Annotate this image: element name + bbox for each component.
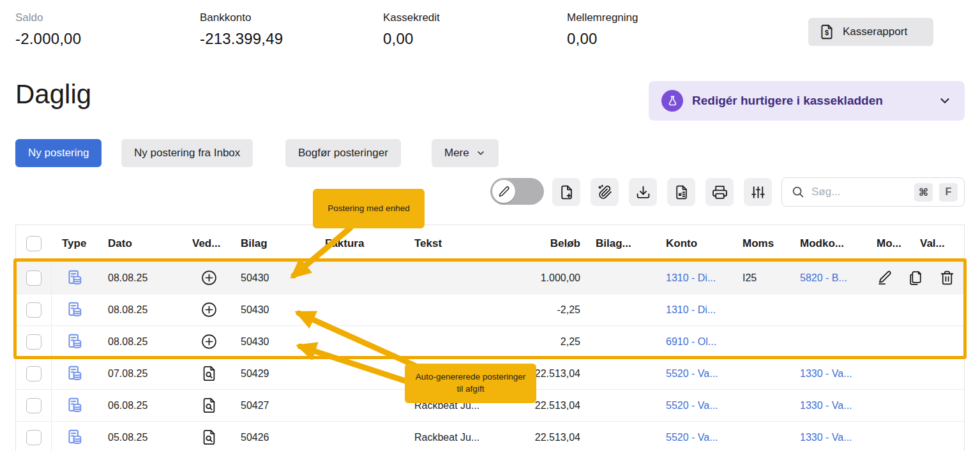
header-belob[interactable]: Beløb — [532, 237, 585, 250]
header-momsbelob[interactable]: Mo... — [866, 237, 910, 250]
cash-report-button[interactable]: $ Kasserapport — [808, 18, 933, 46]
edit-mode-toggle[interactable] — [490, 178, 544, 205]
account-link[interactable]: 5520 - Va... — [656, 432, 732, 443]
table-row[interactable]: 08.08.25 50430 1.000,00 1310 - Di... I25… — [16, 262, 964, 294]
account-link[interactable]: 5520 - Va... — [656, 400, 732, 411]
entries-table: Type Dato Ved... Bilag Faktura Tekst Bel… — [15, 225, 965, 451]
print-button[interactable] — [705, 178, 734, 206]
amount-cell: -2,25 — [532, 304, 585, 316]
table-header-row: Type Dato Ved... Bilag Faktura Tekst Bel… — [16, 225, 964, 262]
voucher-cell: 50430 — [230, 336, 315, 348]
edit-button[interactable] — [877, 270, 893, 286]
stat-label: Bankkonto — [200, 11, 283, 24]
stat-label: Saldo — [15, 11, 81, 24]
voucher-cell: 50430 — [230, 272, 315, 284]
smart-attach-button[interactable] — [591, 178, 619, 206]
header-moms[interactable]: Moms — [732, 237, 790, 250]
row-checkbox[interactable] — [26, 398, 41, 413]
contra-account-link[interactable]: 1330 - Va... — [790, 400, 866, 411]
amount-cell: 22.513,04 — [532, 432, 585, 443]
more-button[interactable]: Mere — [432, 139, 499, 167]
stat-value: -2.000,00 — [15, 30, 81, 48]
account-link[interactable]: 1310 - Di... — [656, 272, 732, 284]
promo-banner[interactable]: Redigér hurtigere i kassekladden — [649, 81, 965, 121]
new-entry-inbox-label: Ny postering fra Inbox — [134, 147, 240, 159]
new-entry-button[interactable]: Ny postering — [15, 139, 102, 167]
header-dato[interactable]: Dato — [98, 237, 187, 250]
chevron-down-icon — [476, 148, 486, 158]
stat-label: Mellemregning — [567, 11, 638, 24]
header-faktura[interactable]: Faktura — [315, 237, 404, 250]
export-file-button[interactable] — [667, 178, 695, 206]
account-link[interactable]: 1310 - Di... — [656, 304, 732, 316]
table-row[interactable]: 05.08.25 50426 Rackbeat Ju... 22.513,04 … — [16, 422, 964, 451]
finance-voucher-icon — [66, 429, 84, 446]
header-modkonto[interactable]: Modko... — [790, 237, 866, 250]
chevron-down-icon — [938, 94, 952, 108]
header-vedhaeft[interactable]: Ved... — [187, 237, 230, 250]
shortcut-f-key: F — [939, 183, 958, 202]
new-document-button[interactable] — [552, 178, 580, 206]
contra-account-link[interactable]: 1330 - Va... — [790, 432, 866, 443]
export-file-icon — [674, 184, 690, 200]
finance-voucher-icon — [66, 269, 84, 286]
stat-mellemregning: Mellemregning 0,00 — [567, 11, 638, 48]
contra-account-link[interactable]: 1330 - Va... — [790, 368, 866, 380]
view-attachment-icon[interactable] — [200, 365, 218, 382]
row-checkbox[interactable] — [26, 270, 41, 286]
date-cell: 08.08.25 — [98, 272, 187, 284]
header-type[interactable]: Type — [52, 237, 98, 250]
contra-account-link[interactable]: 5820 - B... — [790, 272, 866, 284]
column-settings-button[interactable] — [744, 178, 772, 206]
column-settings-icon — [750, 184, 766, 200]
row-checkbox[interactable] — [26, 334, 41, 350]
row-checkbox[interactable] — [26, 366, 41, 381]
copy-button[interactable] — [908, 270, 924, 286]
promo-banner-text: Redigér hurtigere i kassekladden — [692, 94, 929, 108]
new-entry-from-inbox-button[interactable]: Ny postering fra Inbox — [121, 139, 253, 167]
new-document-icon — [559, 184, 575, 200]
row-checkbox[interactable] — [26, 302, 41, 318]
callout-unit-posting: Postering med enhed — [313, 189, 425, 228]
header-valuta[interactable]: Val... — [910, 237, 964, 250]
book-entries-label: Bogfør posteringer — [298, 147, 388, 159]
add-attachment-icon[interactable] — [200, 333, 218, 350]
delete-button[interactable] — [939, 270, 955, 286]
date-cell: 08.08.25 — [98, 336, 187, 348]
stat-saldo: Saldo -2.000,00 — [15, 11, 81, 48]
import-button[interactable] — [629, 178, 657, 206]
header-tekst[interactable]: Tekst — [404, 237, 532, 250]
stat-value: -213.399,49 — [200, 30, 283, 48]
book-entries-button[interactable]: Bogfør posteringer — [285, 139, 401, 167]
voucher-cell: 50430 — [230, 304, 315, 316]
header-konto[interactable]: Konto — [656, 237, 732, 250]
text-cell: Rackbeat Ju... — [404, 432, 532, 443]
header-bilag[interactable]: Bilag — [230, 237, 315, 250]
amount-cell: 22.513,04 — [532, 400, 585, 411]
table-row[interactable]: 08.08.25 50430 -2,25 1310 - Di... — [16, 294, 964, 326]
account-link[interactable]: 6910 - Ol... — [656, 336, 732, 348]
finance-voucher-icon — [66, 397, 84, 414]
view-attachment-icon[interactable] — [200, 397, 218, 414]
cash-report-label: Kasserapport — [843, 26, 907, 38]
add-attachment-icon[interactable] — [200, 269, 218, 286]
date-cell: 07.08.25 — [98, 368, 187, 380]
page-title: Daglig — [15, 79, 91, 110]
more-label: Mere — [444, 147, 469, 159]
finance-voucher-icon — [66, 333, 84, 350]
stat-value: 0,00 — [567, 30, 638, 48]
view-attachment-icon[interactable] — [200, 429, 218, 446]
cash-report-icon: $ — [818, 24, 835, 40]
voucher-cell: 50429 — [230, 368, 315, 380]
callout-auto-tax: Auto-genererede posteringer til afgift — [405, 364, 536, 403]
select-all-checkbox[interactable] — [26, 236, 41, 251]
row-checkbox[interactable] — [26, 430, 41, 445]
search-input[interactable] — [811, 186, 908, 198]
account-link[interactable]: 5520 - Va... — [656, 368, 732, 380]
date-cell: 08.08.25 — [98, 304, 187, 316]
header-bilag2[interactable]: Bilag... — [585, 237, 656, 250]
shortcut-cmd-key: ⌘ — [914, 183, 933, 202]
table-row[interactable]: 08.08.25 50430 2,25 6910 - Ol... — [16, 326, 964, 358]
add-attachment-icon[interactable] — [200, 301, 218, 318]
new-entry-label: Ny postering — [28, 147, 89, 159]
